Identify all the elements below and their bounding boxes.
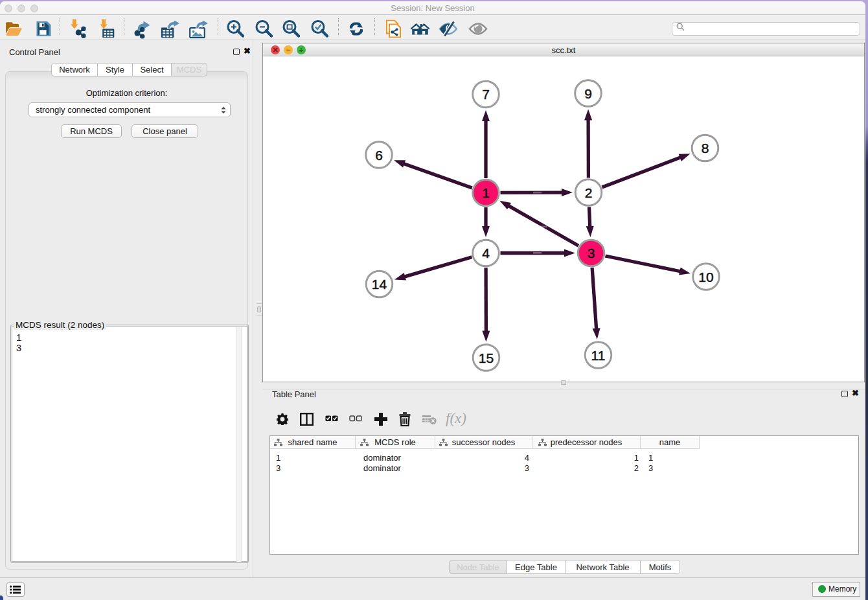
svg-text:6: 6 bbox=[375, 148, 383, 163]
svg-text:11: 11 bbox=[591, 348, 606, 363]
svg-text:7: 7 bbox=[482, 87, 490, 102]
svg-text:3: 3 bbox=[588, 246, 595, 260]
svg-text:15: 15 bbox=[479, 351, 494, 365]
svg-text:14: 14 bbox=[372, 277, 387, 292]
svg-text:1: 1 bbox=[482, 185, 490, 200]
svg-text:2: 2 bbox=[585, 185, 593, 200]
svg-text:8: 8 bbox=[702, 141, 709, 156]
svg-text:10: 10 bbox=[698, 270, 713, 284]
svg-text:4: 4 bbox=[482, 246, 490, 260]
svg-text:9: 9 bbox=[584, 86, 592, 101]
